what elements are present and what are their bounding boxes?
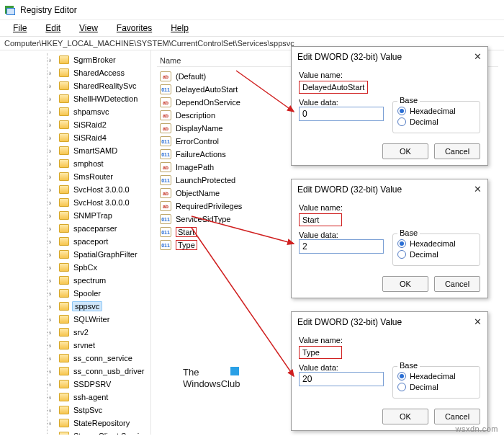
- tree-item[interactable]: ›SNMPTrap: [43, 209, 150, 222]
- close-icon[interactable]: ✕: [474, 51, 482, 62]
- tree-item[interactable]: ›SQLWriter: [43, 313, 150, 326]
- chevron-right-icon[interactable]: ›: [49, 342, 56, 350]
- chevron-right-icon[interactable]: ›: [49, 56, 56, 64]
- tree-item[interactable]: ›SmsRouter: [43, 170, 150, 183]
- chevron-right-icon[interactable]: ›: [49, 108, 56, 116]
- value-name: RequiredPrivileges: [176, 202, 242, 210]
- chevron-right-icon[interactable]: ›: [49, 225, 56, 233]
- chevron-right-icon[interactable]: ›: [49, 290, 56, 298]
- tree-item[interactable]: ›ss_conn_service: [43, 352, 150, 365]
- radio-hexadecimal[interactable]: Hexadecimal: [397, 372, 475, 381]
- chevron-right-icon[interactable]: ›: [49, 419, 56, 427]
- tree-item[interactable]: ›shpamsvc: [43, 105, 150, 118]
- tree-item-label: SvcHost 3.0.0.0: [72, 185, 131, 194]
- cancel-button[interactable]: Cancel: [434, 409, 480, 424]
- chevron-right-icon[interactable]: ›: [49, 251, 56, 259]
- tree-item[interactable]: ›Spooler: [43, 287, 150, 300]
- radio-hexadecimal[interactable]: Hexadecimal: [397, 239, 475, 248]
- chevron-right-icon[interactable]: ›: [49, 95, 56, 103]
- chevron-right-icon[interactable]: ›: [49, 355, 56, 362]
- tree-item[interactable]: ›sppsvc: [43, 300, 150, 313]
- tree-item[interactable]: ›SharedAccess: [43, 66, 150, 79]
- radio-decimal[interactable]: Decimal: [397, 117, 475, 126]
- chevron-right-icon[interactable]: ›: [49, 329, 56, 337]
- chevron-right-icon[interactable]: ›: [49, 264, 56, 272]
- chevron-right-icon[interactable]: ›: [49, 69, 56, 77]
- chevron-right-icon[interactable]: ›: [49, 147, 56, 155]
- tree-item[interactable]: ›SmartSAMD: [43, 144, 150, 157]
- value-data-input[interactable]: [299, 107, 384, 121]
- tree-item[interactable]: ›SpatialGraphFilter: [43, 248, 150, 261]
- tree-item[interactable]: ›srv2: [43, 326, 150, 339]
- ok-button[interactable]: OK: [382, 276, 428, 292]
- tree-item[interactable]: ›ShellHWDetection: [43, 92, 150, 105]
- value-name: DependOnService: [176, 98, 240, 107]
- chevron-right-icon[interactable]: ›: [49, 212, 56, 220]
- tree-item-label: SSDPSRV: [72, 380, 112, 388]
- tree-item[interactable]: ›SvcHost 3.0.0.0: [43, 183, 150, 196]
- tree-item[interactable]: ›SharedRealitySvc: [43, 79, 150, 92]
- value-data-label: Value data:: [299, 231, 384, 239]
- radio-decimal[interactable]: Decimal: [397, 383, 475, 391]
- chevron-right-icon[interactable]: ›: [49, 199, 56, 207]
- tree-item[interactable]: ›SiSRaid4: [43, 131, 150, 144]
- folder-icon: [59, 133, 69, 142]
- chevron-right-icon[interactable]: ›: [49, 406, 56, 414]
- tree-item-label: srv2: [72, 328, 90, 337]
- tree-item[interactable]: ›StateRepository: [43, 417, 150, 430]
- dialog-edit-dword-3: Edit DWORD (32-bit) Value ✕ Value name: …: [291, 311, 488, 431]
- cancel-button[interactable]: Cancel: [434, 143, 480, 159]
- chevron-right-icon[interactable]: ›: [49, 381, 56, 388]
- tree-item[interactable]: ›spectrum: [43, 274, 150, 287]
- menu-bar: File Edit View Favorites Help: [0, 20, 504, 36]
- ok-button[interactable]: OK: [382, 409, 428, 424]
- tree-item[interactable]: ›SgrmBroker: [43, 53, 150, 66]
- chevron-right-icon[interactable]: ›: [49, 393, 56, 401]
- tree-item[interactable]: ›ss_conn_usb_driver: [43, 365, 150, 378]
- chevron-right-icon[interactable]: ›: [49, 303, 56, 311]
- tree-item-label: SmartSAMD: [72, 146, 119, 155]
- dialog-edit-dword-2: Edit DWORD (32-bit) Value ✕ Value name: …: [291, 179, 488, 298]
- tree-item[interactable]: ›Steam Client Service: [43, 430, 150, 435]
- cancel-button[interactable]: Cancel: [434, 276, 480, 292]
- chevron-right-icon[interactable]: ›: [49, 160, 56, 168]
- radio-hexadecimal[interactable]: Hexadecimal: [397, 107, 475, 115]
- chevron-right-icon[interactable]: ›: [49, 186, 56, 194]
- menu-edit[interactable]: Edit: [37, 22, 69, 35]
- chevron-right-icon[interactable]: ›: [49, 134, 56, 142]
- tree-item[interactable]: ›srvnet: [43, 339, 150, 352]
- chevron-right-icon[interactable]: ›: [49, 368, 56, 375]
- folder-icon: [59, 250, 69, 259]
- radio-decimal[interactable]: Decimal: [397, 250, 475, 259]
- window-title: Registry Editor: [20, 5, 77, 15]
- chevron-right-icon[interactable]: ›: [49, 238, 56, 246]
- binary-value-icon: 011: [160, 149, 171, 159]
- tree-item[interactable]: ›ssh-agent: [43, 391, 150, 404]
- tree-panel[interactable]: ›SgrmBroker›SharedAccess›SharedRealitySv…: [0, 50, 151, 435]
- menu-favorites[interactable]: Favorites: [108, 22, 161, 35]
- tree-item[interactable]: ›SstpSvc: [43, 404, 150, 417]
- ok-button[interactable]: OK: [382, 143, 428, 159]
- address-text: Computer\HKEY_LOCAL_MACHINE\SYSTEM\Curre…: [4, 39, 294, 48]
- tree-item[interactable]: ›SpbCx: [43, 261, 150, 274]
- tree-item[interactable]: ›spaceparser: [43, 222, 150, 235]
- tree-item[interactable]: ›SSDPSRV: [43, 378, 150, 391]
- chevron-right-icon[interactable]: ›: [49, 82, 56, 90]
- tree-item[interactable]: ›spaceport: [43, 235, 150, 248]
- close-icon[interactable]: ✕: [474, 316, 482, 327]
- tree-item[interactable]: ›SiSRaid2: [43, 118, 150, 131]
- chevron-right-icon[interactable]: ›: [49, 432, 56, 435]
- close-icon[interactable]: ✕: [474, 184, 482, 195]
- value-data-input[interactable]: [299, 239, 384, 254]
- chevron-right-icon[interactable]: ›: [49, 121, 56, 129]
- tree-item[interactable]: ›SvcHost 3.0.0.0: [43, 196, 150, 209]
- value-data-input[interactable]: [299, 372, 384, 386]
- chevron-right-icon[interactable]: ›: [49, 316, 56, 324]
- tree-item-label: shpamsvc: [72, 107, 111, 116]
- chevron-right-icon[interactable]: ›: [49, 173, 56, 181]
- menu-file[interactable]: File: [4, 22, 35, 35]
- menu-view[interactable]: View: [71, 22, 107, 35]
- chevron-right-icon[interactable]: ›: [49, 277, 56, 285]
- menu-help[interactable]: Help: [162, 22, 197, 35]
- tree-item[interactable]: ›smphost: [43, 157, 150, 170]
